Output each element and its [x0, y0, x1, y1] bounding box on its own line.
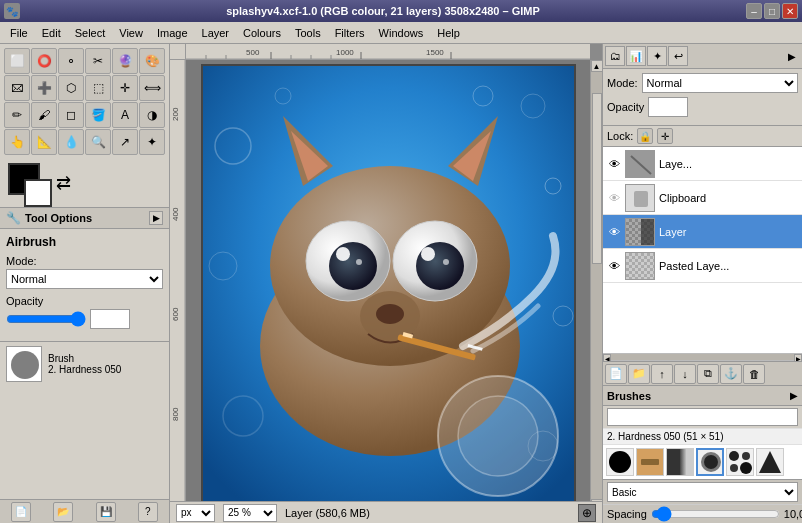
move-layer-up-btn[interactable]: ↑ [651, 364, 673, 384]
brush-thumb-4[interactable] [696, 448, 724, 476]
opacity-input[interactable]: 100,0 [90, 309, 130, 329]
tool-bucket-fill[interactable]: 🪣 [85, 102, 111, 128]
vertical-scrollbar[interactable]: ▲ ▼ [590, 60, 602, 511]
menu-item-edit[interactable]: Edit [36, 25, 67, 41]
save-document-btn[interactable]: 💾 [96, 502, 116, 522]
svg-point-50 [458, 396, 538, 476]
help-btn[interactable]: ? [138, 502, 158, 522]
layer-eye-toggle[interactable]: 👁 [607, 157, 621, 171]
tool-measure-tool[interactable]: 📐 [31, 129, 57, 155]
tool-clone-tool[interactable]: 🖂 [4, 75, 30, 101]
tool-align-tool[interactable]: ⟺ [139, 75, 165, 101]
tool-options-menu[interactable]: ▶ [149, 211, 163, 225]
paths-tab-icon[interactable]: ✦ [647, 46, 667, 66]
opacity-panel-input[interactable]: 100,0 [648, 97, 688, 117]
tool-smudge-tool[interactable]: 👆 [4, 129, 30, 155]
menu-item-file[interactable]: File [4, 25, 34, 41]
layers-scroll-track[interactable] [611, 354, 794, 360]
new-layer-group-btn[interactable]: 📁 [628, 364, 650, 384]
mode-panel-select[interactable]: Normal [642, 73, 798, 93]
layer-eye-toggle[interactable]: 👁 [607, 259, 621, 273]
brush-thumb-3[interactable] [666, 448, 694, 476]
menu-item-tools[interactable]: Tools [289, 25, 327, 41]
tool-scissors-select[interactable]: ✂ [85, 48, 111, 74]
vscroll-track[interactable] [591, 72, 603, 499]
tool-pencil-tool[interactable]: ✏ [4, 102, 30, 128]
menu-item-image[interactable]: Image [151, 25, 194, 41]
tool-heal-tool[interactable]: ➕ [31, 75, 57, 101]
new-layer-btn[interactable]: 📄 [605, 364, 627, 384]
layer-eye-toggle[interactable]: 👁 [607, 225, 621, 239]
anchor-layer-btn[interactable]: ⚓ [720, 364, 742, 384]
vscroll-thumb[interactable] [592, 93, 602, 264]
move-layer-down-btn[interactable]: ↓ [674, 364, 696, 384]
vscroll-up-btn[interactable]: ▲ [591, 60, 603, 72]
brush-thumb-1[interactable] [606, 448, 634, 476]
tool-paint-tool[interactable]: 🖌 [31, 102, 57, 128]
close-button[interactable]: ✕ [782, 3, 798, 19]
menu-item-layer[interactable]: Layer [196, 25, 236, 41]
tool-path-tool[interactable]: ✦ [139, 129, 165, 155]
tool-perspective-tool[interactable]: ⬡ [58, 75, 84, 101]
brush-thumb-2[interactable] [636, 448, 664, 476]
minimize-button[interactable]: – [746, 3, 762, 19]
navigation-icon[interactable]: ⊕ [578, 504, 596, 522]
lock-position-btn[interactable]: ✛ [657, 128, 673, 144]
canvas-scroll-area[interactable] [186, 60, 590, 511]
opacity-slider[interactable] [6, 311, 86, 327]
tool-eyedropper[interactable]: 💧 [58, 129, 84, 155]
layers-tab-icon[interactable]: 🗂 [605, 46, 625, 66]
brushes-type-select[interactable]: Basic Classic Parametric [607, 482, 798, 502]
new-document-btn[interactable]: 📄 [11, 502, 31, 522]
tool-options-content: Airbrush Mode: Normal Opacity 100,0 [0, 229, 169, 341]
layers-hscroll[interactable]: ◀ ▶ [603, 353, 802, 361]
mode-select[interactable]: Normal [6, 269, 163, 289]
ruler-left-svg: 200 400 600 800 [170, 60, 186, 511]
right-panel: 🗂 📊 ✦ ↩ ▶ Mode: Normal Opacity 100,0 Loc… [602, 44, 802, 523]
menu-item-colours[interactable]: Colours [237, 25, 287, 41]
toolbox: ⬜⭕⚬✂🔮🎨🖂➕⬡⬚✛⟺✏🖌◻🪣A◑👆📐💧🔍↗✦ ⇄ 🔧 Tool Option… [0, 44, 170, 523]
menu-item-filters[interactable]: Filters [329, 25, 371, 41]
menu-item-windows[interactable]: Windows [373, 25, 430, 41]
svg-rect-67 [641, 459, 659, 465]
open-document-btn[interactable]: 📂 [53, 502, 73, 522]
brushes-filter-input[interactable]: filter [607, 408, 798, 426]
tool-crop-tool[interactable]: ⬚ [85, 75, 111, 101]
tool-transform[interactable]: ↗ [112, 129, 138, 155]
tool-select-by-color[interactable]: 🎨 [139, 48, 165, 74]
spacing-slider[interactable] [651, 507, 780, 521]
layer-item[interactable]: 👁 Clipboard [603, 181, 802, 215]
layer-eye-toggle[interactable]: 👁 [607, 191, 621, 205]
layer-item[interactable]: 👁 Pasted Laye. [603, 249, 802, 283]
layer-item[interactable]: 👁 Laye... [603, 147, 802, 181]
spacing-value: 10,0 [784, 508, 802, 520]
brushes-expand-btn[interactable]: ▶ [790, 390, 798, 401]
tool-dodge-burn[interactable]: ◑ [139, 102, 165, 128]
delete-layer-btn[interactable]: 🗑 [743, 364, 765, 384]
tool-ellipse-select[interactable]: ⭕ [31, 48, 57, 74]
duplicate-layer-btn[interactable]: ⧉ [697, 364, 719, 384]
zoom-select[interactable]: 25 % 50 % 100 % [223, 504, 277, 522]
menu-item-view[interactable]: View [113, 25, 149, 41]
tool-eraser-tool[interactable]: ◻ [58, 102, 84, 128]
unit-select[interactable]: px mm in [176, 504, 215, 522]
background-color[interactable] [24, 179, 52, 207]
menu-item-select[interactable]: Select [69, 25, 112, 41]
menu-item-help[interactable]: Help [431, 25, 466, 41]
tool-fuzzy-select[interactable]: 🔮 [112, 48, 138, 74]
layer-item-active[interactable]: 👁 [603, 215, 802, 249]
panel-menu-btn[interactable]: ▶ [784, 46, 800, 66]
lock-pixels-btn[interactable]: 🔒 [637, 128, 653, 144]
tool-rect-select[interactable]: ⬜ [4, 48, 30, 74]
swap-colors-icon[interactable]: ⇄ [56, 172, 71, 194]
svg-rect-64 [626, 253, 655, 280]
channels-tab-icon[interactable]: 📊 [626, 46, 646, 66]
undo-tab-icon[interactable]: ↩ [668, 46, 688, 66]
brush-thumb-5[interactable] [726, 448, 754, 476]
brush-thumb-6[interactable] [756, 448, 784, 476]
maximize-button[interactable]: □ [764, 3, 780, 19]
tool-text-tool[interactable]: A [112, 102, 138, 128]
tool-free-select[interactable]: ⚬ [58, 48, 84, 74]
tool-zoom-tool[interactable]: 🔍 [85, 129, 111, 155]
tool-move-tool[interactable]: ✛ [112, 75, 138, 101]
